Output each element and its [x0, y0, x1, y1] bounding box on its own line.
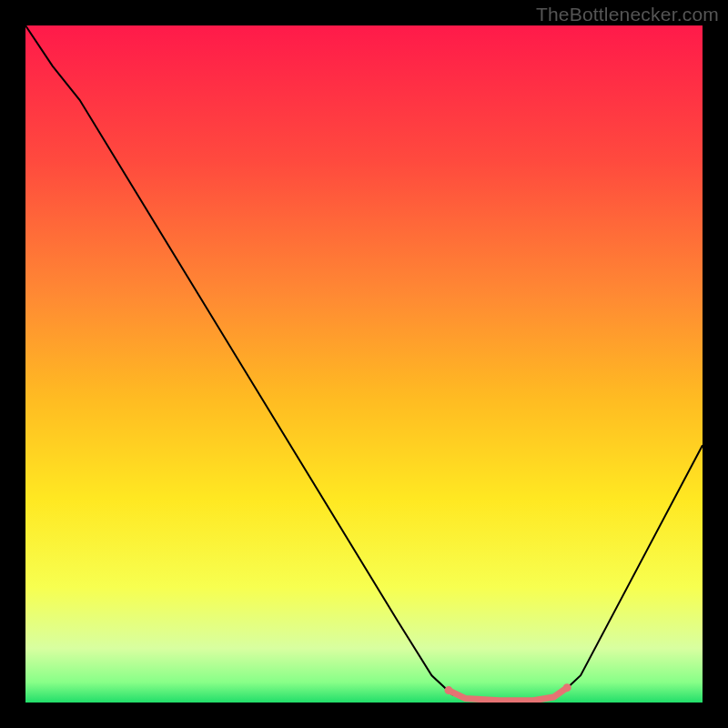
gradient-background — [25, 25, 703, 703]
chart-container: TheBottlenecker.com — [0, 0, 728, 728]
watermark-text: TheBottlenecker.com — [536, 4, 719, 25]
plot-area — [25, 25, 703, 703]
optimal-range-start-dot — [445, 686, 453, 694]
chart-svg — [25, 25, 703, 703]
optimal-range-end-dot — [563, 683, 571, 692]
